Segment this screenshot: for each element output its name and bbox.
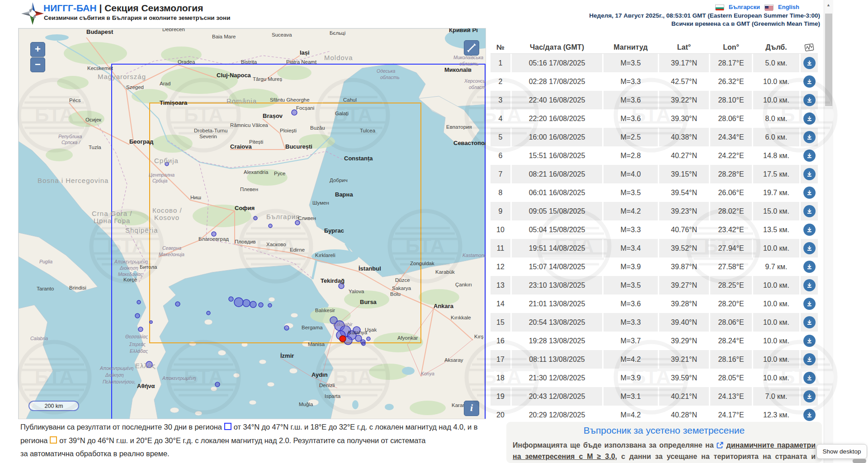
- download-waveform-button[interactable]: [803, 335, 816, 347]
- lang-bulgarian-link[interactable]: Български: [729, 4, 760, 10]
- quake-marker-latest[interactable]: [340, 336, 346, 342]
- map-fullscreen-button[interactable]: [464, 40, 479, 56]
- download-waveform-button[interactable]: [803, 316, 816, 328]
- cell-m: M=3.5: [604, 54, 658, 72]
- download-waveform-button[interactable]: [803, 242, 816, 254]
- seismic-map[interactable]: BudapestDebrecenBaia MareSuceavaБєльціKe…: [18, 28, 486, 419]
- cell-t: 08:21 16/08/2025: [512, 165, 602, 183]
- map-label: Kecskemét: [87, 65, 113, 71]
- map-label: Централна: [149, 172, 175, 178]
- quake-marker[interactable]: [234, 298, 243, 307]
- quake-marker[interactable]: [268, 304, 272, 307]
- quake-marker[interactable]: [212, 232, 216, 236]
- cell-lat: 40.28°N: [659, 406, 709, 424]
- taskbar-corner[interactable]: [853, 459, 866, 463]
- map-zoom-in-button[interactable]: +: [30, 42, 45, 57]
- download-waveform-button[interactable]: [803, 390, 816, 402]
- quake-marker[interactable]: [254, 216, 257, 220]
- map-scale-control: 200 km: [28, 401, 79, 411]
- region1-blue-square-icon: [224, 423, 231, 430]
- scrollbar-thumb[interactable]: [825, 14, 832, 106]
- download-waveform-button[interactable]: [803, 131, 816, 143]
- download-waveform-button[interactable]: [803, 94, 816, 106]
- scrollbar-up-arrow[interactable]: ▲: [826, 3, 830, 7]
- map-label: Tekirdağ: [321, 277, 344, 284]
- bulgarian-flag-icon: [715, 5, 724, 10]
- quake-marker[interactable]: [355, 335, 362, 341]
- map-label: Кривий Рі: [449, 28, 478, 33]
- region2-orange-square-icon: [50, 436, 57, 444]
- map-label: Bistrița: [241, 59, 257, 65]
- language-switcher: Български English: [715, 4, 799, 10]
- map-label: Drobeta-Turnu: [194, 128, 227, 133]
- quake-marker[interactable]: [295, 220, 300, 225]
- download-waveform-button[interactable]: [803, 112, 816, 125]
- map-label: Cahul: [343, 97, 357, 103]
- map-label: Moldova: [324, 54, 353, 61]
- quake-marker[interactable]: [135, 313, 140, 318]
- map-info-button[interactable]: i: [464, 401, 479, 416]
- map-label: Budapest: [86, 28, 113, 35]
- page-title: НИГГГ-БАН | Секция Сеизмология: [43, 3, 203, 14]
- quake-marker[interactable]: [215, 382, 220, 387]
- download-waveform-button[interactable]: [803, 353, 816, 365]
- map-label: Бургас: [324, 227, 344, 234]
- quake-marker[interactable]: [284, 326, 289, 330]
- quake-marker[interactable]: [269, 224, 272, 228]
- map-label: Karabük: [435, 269, 455, 275]
- questionnaire-title[interactable]: Въпросник за усетено земетресение: [506, 425, 822, 436]
- quake-marker[interactable]: [362, 342, 365, 346]
- cell-n: 1: [491, 54, 510, 72]
- table-row: 1215:07 14/08/2025M=3.939.87°N27.58°E9.7…: [491, 257, 818, 276]
- download-waveform-button[interactable]: [803, 409, 816, 421]
- download-waveform-button[interactable]: [803, 205, 816, 217]
- cell-d: 10.0 км.: [753, 332, 799, 350]
- download-waveform-button[interactable]: [803, 279, 816, 291]
- map-label: Piatra Neamț: [286, 59, 317, 65]
- download-waveform-button[interactable]: [803, 298, 816, 310]
- map-label: Constanța: [344, 155, 373, 162]
- lang-english-link[interactable]: English: [778, 4, 799, 10]
- cell-n: 6: [491, 146, 510, 165]
- cell-d: 6.0 км.: [753, 128, 799, 146]
- cell-lon: 28.24°E: [710, 332, 752, 350]
- quake-marker[interactable]: [138, 327, 143, 332]
- cell-lat: 39.29°N: [659, 332, 709, 350]
- download-waveform-button[interactable]: [803, 168, 816, 180]
- download-waveform-button[interactable]: [803, 75, 816, 88]
- download-waveform-button[interactable]: [803, 150, 816, 162]
- map-label: Плевен: [240, 187, 258, 192]
- quake-marker[interactable]: [207, 311, 210, 315]
- map-label: Düzce: [395, 277, 410, 283]
- cell-m: M=3.9: [604, 257, 658, 276]
- download-waveform-button[interactable]: [803, 372, 816, 384]
- quake-marker[interactable]: [229, 297, 233, 301]
- download-waveform-button[interactable]: [803, 261, 816, 273]
- map-label: Αθήνα: [137, 383, 155, 389]
- cell-lat: 39.27°N: [659, 276, 709, 295]
- quake-marker[interactable]: [259, 303, 263, 307]
- quake-marker[interactable]: [243, 299, 250, 307]
- cell-lon: 28.10°E: [710, 91, 752, 109]
- download-waveform-button[interactable]: [803, 187, 816, 199]
- map-label: Isparta: [325, 393, 341, 399]
- cell-m: M=3.7: [604, 332, 658, 350]
- map-zoom-out-button[interactable]: −: [30, 57, 45, 72]
- quake-marker[interactable]: [175, 302, 180, 306]
- download-waveform-button[interactable]: [803, 224, 816, 236]
- cell-n: 15: [491, 313, 510, 332]
- download-waveform-button[interactable]: [803, 57, 816, 69]
- cell-lon: 28.16°E: [710, 350, 752, 369]
- quake-marker[interactable]: [137, 300, 141, 304]
- map-label: Бєльці: [330, 30, 345, 36]
- map-label: Сливен: [298, 215, 316, 221]
- quake-marker[interactable]: [367, 337, 370, 341]
- table-row: 2020:29 12/08/2025M=4.240.28°N24.17°E12.…: [491, 406, 818, 424]
- cell-d: 19.7 км.: [753, 183, 799, 202]
- quake-marker[interactable]: [250, 301, 256, 308]
- quake-marker[interactable]: [150, 321, 152, 323]
- map-label: Crna Gora /: [92, 210, 132, 217]
- cell-download: [801, 220, 818, 239]
- map-label: Διοίκηση: [105, 372, 124, 378]
- cell-download: [801, 350, 818, 369]
